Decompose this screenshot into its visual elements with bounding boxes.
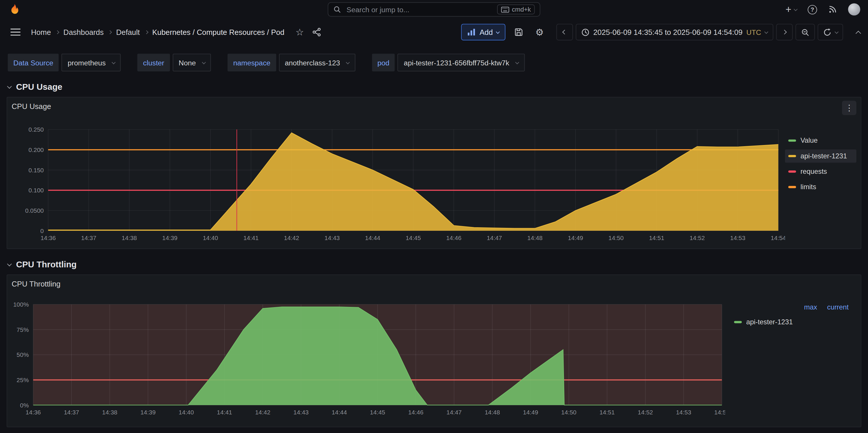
menu-toggle-button[interactable]: [8, 24, 23, 40]
news-button[interactable]: [828, 5, 837, 14]
filter-label[interactable]: namespace: [227, 54, 276, 71]
svg-text:0%: 0%: [20, 402, 29, 409]
cpu-usage-chart-container[interactable]: 00.05000.1000.1500.2000.25014:3614:3714:…: [12, 126, 785, 247]
legend-item[interactable]: limits: [785, 181, 856, 194]
svg-text:14:45: 14:45: [405, 235, 421, 241]
panel-menu-icon[interactable]: ⋮: [842, 101, 856, 115]
filter-label[interactable]: pod: [372, 54, 395, 71]
chevron-down-icon: [516, 60, 519, 64]
svg-text:14:41: 14:41: [217, 409, 232, 415]
help-icon: ?: [808, 5, 817, 14]
legend-swatch: [734, 321, 742, 323]
grafana-logo-icon[interactable]: [8, 3, 20, 16]
chevron-down-icon: [835, 30, 838, 33]
clock-icon: [581, 28, 590, 36]
zoom-out-button[interactable]: [795, 24, 815, 40]
filter-value-text: prometheus: [68, 58, 106, 67]
svg-text:14:44: 14:44: [332, 409, 347, 415]
legend-item[interactable]: Value: [785, 134, 856, 147]
breadcrumb-item[interactable]: Home: [31, 28, 51, 36]
svg-text:14:43: 14:43: [324, 235, 340, 241]
breadcrumb-item[interactable]: Dashboards: [63, 28, 104, 36]
svg-text:14:42: 14:42: [255, 409, 270, 415]
filter-value-dropdown[interactable]: api-tester-1231-656fbff75d-ktw7k: [398, 54, 524, 71]
panel-cpu-throttling: CPU Throttling 0%25%50%75%100%14:3614:37…: [7, 275, 861, 428]
svg-text:0.0500: 0.0500: [25, 207, 43, 214]
svg-text:14:43: 14:43: [293, 409, 308, 415]
panel-header: CPU Usage: [7, 97, 861, 115]
keyboard-icon: [501, 6, 509, 12]
svg-text:0: 0: [40, 227, 44, 234]
svg-text:14:53: 14:53: [676, 409, 691, 415]
search-box[interactable]: cmd+k: [328, 2, 540, 17]
filter-pod: podapi-tester-1231-656fbff75d-ktw7k: [372, 54, 524, 71]
svg-text:14:38: 14:38: [102, 409, 117, 415]
add-button-label: Add: [479, 28, 493, 36]
panel-title[interactable]: CPU Throttling: [12, 280, 60, 288]
time-shift-forward-button[interactable]: [776, 24, 793, 40]
refresh-button[interactable]: [817, 24, 843, 40]
filter-value-dropdown[interactable]: None: [173, 54, 211, 71]
legend-swatch: [788, 140, 796, 142]
cpu-throttling-chart-container[interactable]: 0%25%50%75%100%14:3614:3714:3814:3914:40…: [12, 301, 725, 422]
section-header-cpu-throttling[interactable]: CPU Throttling: [8, 258, 861, 271]
filter-label[interactable]: Data Source: [8, 54, 59, 71]
section-header-cpu-usage[interactable]: CPU Usage: [8, 80, 861, 94]
svg-text:14:39: 14:39: [162, 235, 177, 241]
legend-item[interactable]: api-tester-1231: [785, 149, 856, 163]
svg-text:14:44: 14:44: [365, 235, 380, 241]
svg-text:14:49: 14:49: [568, 235, 583, 241]
svg-text:14:40: 14:40: [179, 409, 194, 415]
save-dashboard-button[interactable]: [511, 24, 526, 40]
legend-item[interactable]: api-tester-1231: [734, 315, 851, 329]
help-button[interactable]: ?: [808, 5, 817, 14]
svg-text:14:45: 14:45: [370, 409, 385, 415]
share-icon[interactable]: [312, 28, 321, 36]
chevron-down-icon: [112, 60, 115, 64]
svg-text:0.100: 0.100: [29, 187, 43, 193]
svg-text:14:48: 14:48: [527, 235, 542, 241]
filter-value-dropdown[interactable]: prometheus: [62, 54, 121, 71]
plus-icon: +: [785, 4, 791, 14]
legend-label: api-tester-1231: [801, 152, 847, 160]
svg-text:14:36: 14:36: [40, 235, 56, 241]
filters-row: Data SourceprometheusclusterNonenamespac…: [8, 54, 861, 71]
panel-cpu-usage: CPU Usage ⋮ 00.05000.1000.1500.2000.2501…: [7, 97, 861, 249]
add-panel-icon: [467, 28, 476, 36]
svg-text:14:39: 14:39: [141, 409, 156, 415]
legend-value-headers: maxcurrent: [734, 303, 851, 311]
chevron-down-icon: [765, 30, 768, 33]
panel-title[interactable]: CPU Usage: [12, 102, 51, 111]
chevron-down-icon: [794, 7, 797, 10]
chevron-left-icon: [562, 30, 567, 34]
legend-header-max[interactable]: max: [804, 303, 817, 311]
star-icon[interactable]: ☆: [295, 27, 304, 37]
chevron-down-icon: [346, 60, 350, 64]
svg-text:0.150: 0.150: [29, 167, 43, 174]
filter-value-dropdown[interactable]: anotherclass-123: [279, 54, 355, 71]
cpu-usage-chart[interactable]: 00.05000.1000.1500.2000.25014:3614:3714:…: [12, 126, 785, 245]
legend-swatch: [788, 171, 796, 173]
svg-text:14:51: 14:51: [599, 409, 615, 415]
svg-text:14:50: 14:50: [609, 235, 623, 241]
search-input[interactable]: [345, 5, 492, 14]
new-menu-button[interactable]: +: [785, 4, 797, 14]
time-shift-back-button[interactable]: [556, 24, 573, 40]
filter-label[interactable]: cluster: [137, 54, 170, 71]
svg-text:14:46: 14:46: [446, 235, 461, 241]
svg-text:0.250: 0.250: [29, 126, 43, 133]
cpu-throttling-chart[interactable]: 0%25%50%75%100%14:3614:3714:3814:3914:40…: [12, 301, 725, 420]
breadcrumb-item[interactable]: Default: [116, 28, 140, 36]
collapse-topbar-button[interactable]: [856, 30, 860, 34]
svg-text:0.200: 0.200: [29, 147, 43, 153]
section-title: CPU Throttling: [16, 259, 76, 269]
time-range-picker[interactable]: 2025-06-09 14:35:45 to 2025-06-09 14:54:…: [576, 24, 773, 40]
legend-header-current[interactable]: current: [827, 303, 848, 311]
user-avatar[interactable]: [848, 3, 860, 16]
dashboard-settings-button[interactable]: ⚙: [532, 24, 547, 40]
filter-value-text: api-tester-1231-656fbff75d-ktw7k: [404, 58, 509, 67]
legend-label: Value: [801, 136, 818, 145]
legend-item[interactable]: requests: [785, 165, 856, 178]
add-button[interactable]: Add: [461, 24, 505, 40]
chevron-up-icon: [856, 31, 861, 36]
